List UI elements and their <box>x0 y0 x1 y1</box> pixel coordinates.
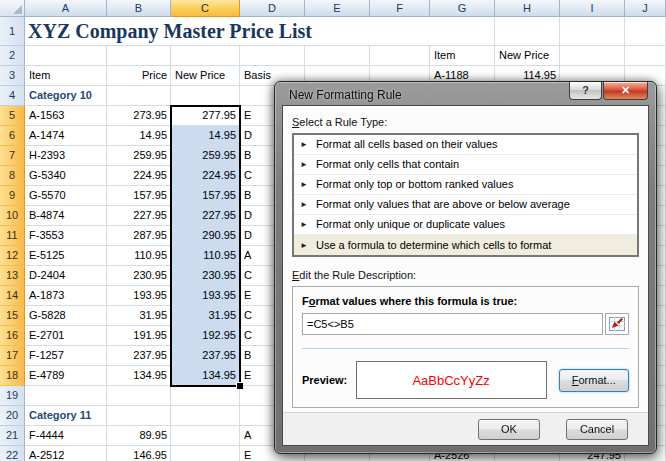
grid-cell[interactable] <box>25 386 107 406</box>
cell-A15[interactable]: G-5828 <box>25 306 107 326</box>
cell-C13[interactable]: 230.95 <box>171 266 240 286</box>
column-header-D[interactable]: D <box>240 0 305 17</box>
row-header-2[interactable]: 2 <box>0 46 25 66</box>
cell-A20[interactable]: Category 11 <box>25 406 107 426</box>
cell-C6[interactable]: 14.95 <box>171 126 240 146</box>
cancel-button[interactable]: Cancel <box>566 419 628 440</box>
grid-cell[interactable] <box>171 46 240 66</box>
row-header-18[interactable]: 18 <box>0 366 25 386</box>
ok-button[interactable]: OK <box>478 419 540 440</box>
column-header-I[interactable]: I <box>560 0 625 17</box>
row-header-6[interactable]: 6 <box>0 126 25 146</box>
grid-cell[interactable] <box>171 426 240 446</box>
grid-cell[interactable] <box>107 386 171 406</box>
cell-A12[interactable]: E-5125 <box>25 246 107 266</box>
cell-C8[interactable]: 224.95 <box>171 166 240 186</box>
column-header-B[interactable]: B <box>107 0 171 17</box>
cell-A7[interactable]: H-2393 <box>25 146 107 166</box>
grid-cell[interactable] <box>107 406 171 426</box>
grid-cell[interactable] <box>171 406 240 426</box>
grid-cell[interactable] <box>560 46 625 66</box>
cell-A17[interactable]: F-1257 <box>25 346 107 366</box>
column-header-G[interactable]: G <box>430 0 495 17</box>
grid-cell[interactable] <box>25 46 107 66</box>
row-header-3[interactable]: 3 <box>0 66 25 86</box>
grid-cell[interactable] <box>240 46 305 66</box>
cell-C12[interactable]: 110.95 <box>171 246 240 266</box>
cell-B18[interactable]: 134.95 <box>107 366 171 386</box>
cell-A10[interactable]: B-4874 <box>25 206 107 226</box>
collapse-dialog-button[interactable] <box>605 313 629 335</box>
grid-cell[interactable] <box>107 46 171 66</box>
row-header-16[interactable]: 16 <box>0 326 25 346</box>
fill-handle[interactable] <box>236 382 243 389</box>
column-header-F[interactable]: F <box>370 0 430 17</box>
row-header-14[interactable]: 14 <box>0 286 25 306</box>
cell-A9[interactable]: G-5570 <box>25 186 107 206</box>
cell-C15[interactable]: 31.95 <box>171 306 240 326</box>
cell-A22[interactable]: A-2512 <box>25 446 107 461</box>
cell-B8[interactable]: 224.95 <box>107 166 171 186</box>
formula-input[interactable] <box>302 313 603 335</box>
grid-cell[interactable] <box>625 17 666 46</box>
column-header-E[interactable]: E <box>305 0 370 17</box>
cell-A16[interactable]: E-2701 <box>25 326 107 346</box>
rule-type-item[interactable]: ►Format only top or bottom ranked values <box>294 175 637 195</box>
row-header-1[interactable]: 1 <box>0 17 25 46</box>
cell-A13[interactable]: D-2404 <box>25 266 107 286</box>
select-all-corner[interactable] <box>0 0 25 17</box>
cell-C17[interactable]: 237.95 <box>171 346 240 366</box>
rule-type-item[interactable]: ►Format all cells based on their values <box>294 135 637 155</box>
cell-B3[interactable]: Price <box>107 66 171 86</box>
cell-G2[interactable]: Item <box>430 46 495 66</box>
row-header-4[interactable]: 4 <box>0 86 25 106</box>
grid-cell[interactable] <box>625 46 666 66</box>
cell-C9[interactable]: 157.95 <box>171 186 240 206</box>
cell-B15[interactable]: 31.95 <box>107 306 171 326</box>
row-header-21[interactable]: 21 <box>0 426 25 446</box>
grid-cell[interactable] <box>171 86 240 106</box>
cell-B13[interactable]: 230.95 <box>107 266 171 286</box>
cell-B9[interactable]: 157.95 <box>107 186 171 206</box>
grid-cell[interactable] <box>305 46 370 66</box>
cell-A4[interactable]: Category 10 <box>25 86 107 106</box>
grid-cell[interactable] <box>560 17 625 46</box>
cell-B11[interactable]: 287.95 <box>107 226 171 246</box>
row-header-5[interactable]: 5 <box>0 106 25 126</box>
rule-type-item[interactable]: ►Format only values that are above or be… <box>294 195 637 215</box>
cell-C7[interactable]: 259.95 <box>171 146 240 166</box>
cell-B5[interactable]: 273.95 <box>107 106 171 126</box>
cell-B22[interactable]: 146.95 <box>107 446 171 461</box>
cell-B17[interactable]: 237.95 <box>107 346 171 366</box>
dialog-title[interactable]: New Formatting Rule <box>289 88 402 102</box>
cell-H2[interactable]: New Price <box>495 46 560 66</box>
grid-cell[interactable] <box>171 446 240 461</box>
rule-type-item[interactable]: ►Format only cells that contain <box>294 155 637 175</box>
cell-B6[interactable]: 14.95 <box>107 126 171 146</box>
column-header-H[interactable]: H <box>495 0 560 17</box>
cell-A8[interactable]: G-5340 <box>25 166 107 186</box>
cell-A3[interactable]: Item <box>25 66 107 86</box>
column-header-C[interactable]: C <box>171 0 240 17</box>
cell-C14[interactable]: 193.95 <box>171 286 240 306</box>
row-header-13[interactable]: 13 <box>0 266 25 286</box>
grid-cell[interactable] <box>495 17 560 46</box>
grid-cell[interactable] <box>171 386 240 406</box>
close-button[interactable]: ✕ <box>603 82 648 100</box>
format-button[interactable]: Format... <box>559 369 629 392</box>
cell-A18[interactable]: E-4789 <box>25 366 107 386</box>
cell-B10[interactable]: 227.95 <box>107 206 171 226</box>
grid-cell[interactable] <box>370 46 430 66</box>
cell-C10[interactable]: 227.95 <box>171 206 240 226</box>
cell-C18[interactable]: 134.95 <box>171 366 240 386</box>
cell-C16[interactable]: 192.95 <box>171 326 240 346</box>
column-header-J[interactable]: J <box>625 0 666 17</box>
row-header-15[interactable]: 15 <box>0 306 25 326</box>
cell-A21[interactable]: F-4444 <box>25 426 107 446</box>
rule-type-item[interactable]: ►Format only unique or duplicate values <box>294 215 637 235</box>
cell-A14[interactable]: A-1873 <box>25 286 107 306</box>
row-header-22[interactable]: 22 <box>0 446 25 461</box>
grid-cell[interactable] <box>107 86 171 106</box>
cell-B16[interactable]: 191.95 <box>107 326 171 346</box>
row-header-12[interactable]: 12 <box>0 246 25 266</box>
